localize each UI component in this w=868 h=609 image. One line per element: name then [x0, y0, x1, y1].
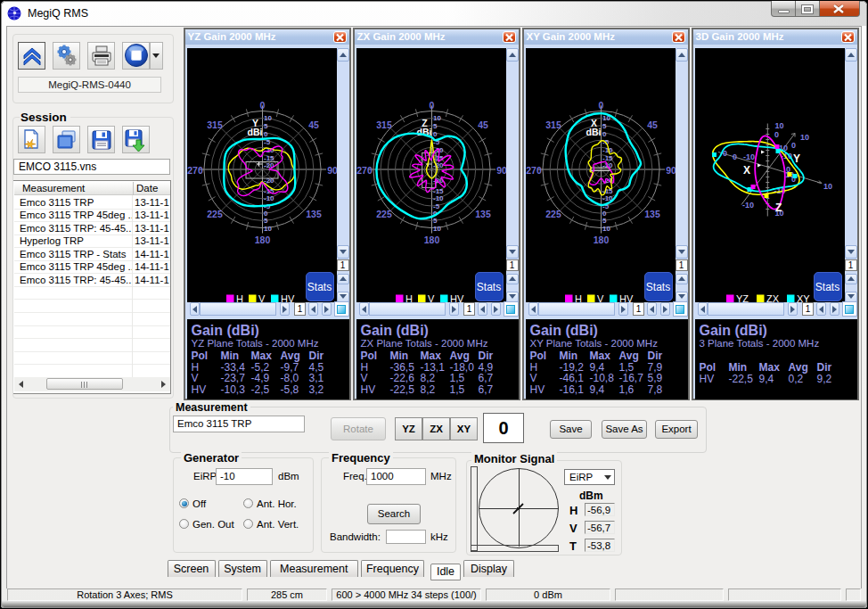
svg-text:270: 270	[356, 165, 373, 176]
svg-text:135: 135	[306, 209, 322, 219]
svg-text:dBi: dBi	[586, 126, 602, 136]
svg-text:45: 45	[647, 119, 658, 130]
svg-text:90: 90	[327, 165, 336, 176]
svg-text:dBi: dBi	[248, 126, 263, 136]
svg-text:225: 225	[545, 209, 561, 219]
svg-text:135: 135	[475, 209, 491, 219]
svg-text:90: 90	[666, 165, 675, 176]
svg-text:H: H	[405, 292, 413, 302]
svg-text:225: 225	[376, 209, 392, 219]
svg-text:315: 315	[376, 119, 392, 130]
svg-text:90: 90	[496, 165, 505, 176]
svg-text:X: X	[743, 163, 750, 176]
svg-text:5: 5	[602, 122, 607, 130]
svg-text:135: 135	[644, 209, 660, 219]
svg-text:V: V	[428, 292, 435, 302]
svg-text:0: 0	[260, 100, 266, 111]
svg-text:270: 270	[526, 165, 542, 176]
svg-text:10: 10	[264, 224, 272, 232]
svg-text:-10: -10	[742, 200, 754, 209]
svg-text:315: 315	[207, 119, 223, 130]
svg-text:180: 180	[424, 235, 440, 245]
svg-text:10: 10	[602, 224, 610, 232]
svg-text:270: 270	[187, 165, 203, 176]
svg-text:Y: Y	[793, 152, 800, 164]
svg-text:V: V	[597, 292, 604, 302]
svg-text:180: 180	[255, 235, 271, 245]
svg-text:-20: -20	[602, 161, 613, 169]
svg-text:HV: HV	[281, 292, 295, 302]
svg-text:5: 5	[433, 122, 438, 130]
svg-text:10: 10	[775, 120, 784, 129]
svg-text:-20: -20	[264, 161, 274, 169]
svg-text:10: 10	[433, 224, 441, 232]
svg-text:H: H	[575, 292, 582, 302]
svg-text:XY: XY	[797, 292, 810, 302]
svg-text:45: 45	[308, 119, 319, 130]
svg-text:HV: HV	[619, 292, 634, 302]
svg-text:225: 225	[207, 209, 223, 219]
svg-text:YZ: YZ	[736, 292, 749, 302]
svg-text:0: 0	[733, 152, 737, 160]
svg-text:Z: Z	[775, 201, 782, 213]
svg-text:0: 0	[774, 129, 779, 138]
svg-text:ZX: ZX	[766, 292, 780, 302]
svg-text:10: 10	[264, 114, 272, 122]
svg-text:10: 10	[433, 114, 441, 122]
svg-text:0: 0	[791, 140, 796, 149]
svg-text:10: 10	[800, 132, 809, 141]
svg-text:HV: HV	[450, 292, 464, 302]
svg-text:5: 5	[264, 122, 268, 130]
svg-text:45: 45	[478, 119, 488, 130]
svg-text:0: 0	[433, 130, 438, 138]
svg-text:0: 0	[599, 100, 604, 111]
svg-text:-10: -10	[743, 152, 755, 160]
svg-text:0: 0	[264, 130, 268, 138]
svg-text:0: 0	[602, 130, 607, 138]
svg-text:H: H	[236, 292, 243, 302]
svg-text:315: 315	[545, 119, 561, 130]
svg-text:180: 180	[594, 235, 610, 245]
svg-text:0: 0	[430, 100, 435, 111]
svg-text:10: 10	[823, 181, 832, 190]
svg-text:V: V	[258, 292, 266, 302]
